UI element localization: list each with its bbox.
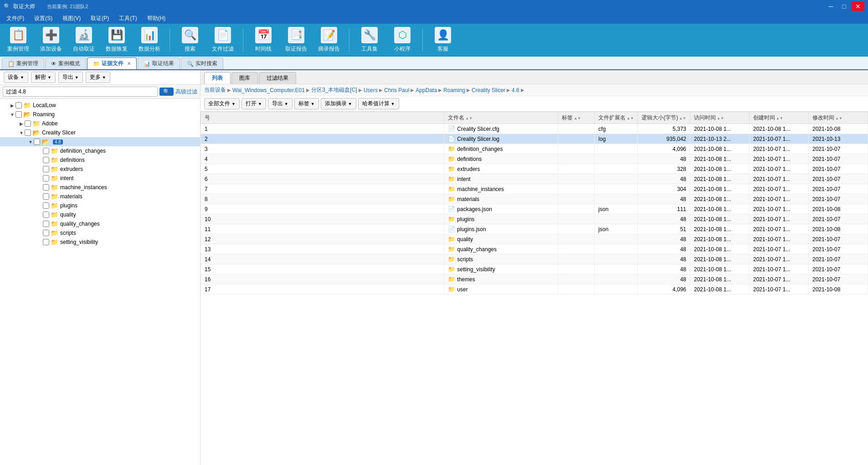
tab-evidence-files[interactable]: 📁 证据文件 ✕ (87, 57, 137, 69)
filter-search-button[interactable]: 🔍 (159, 88, 174, 96)
table-row[interactable]: 3 📁definition_changes 4,096 2021-10-08 1… (201, 144, 868, 154)
tab-realtime-search[interactable]: 🔍 实时搜索 (181, 57, 223, 69)
expand-icon[interactable]: ▼ (27, 140, 34, 145)
table-row[interactable]: 14 📁scripts 48 2021-10-08 1... 2021-10-0… (201, 254, 868, 264)
breadcrumb-chris-paul[interactable]: Chris Paul (384, 87, 409, 93)
minimize-button[interactable]: ─ (825, 2, 837, 11)
close-button[interactable]: ✕ (852, 2, 864, 11)
tree-checkbox[interactable] (15, 102, 22, 108)
add-extract-button[interactable]: 添加摘录 ▼ (321, 98, 356, 109)
export-button[interactable]: 导出 ▼ (58, 72, 83, 83)
col-header-modified[interactable]: 修改时间▲▼ (809, 112, 868, 124)
tag-button[interactable]: 标签 ▼ (294, 98, 319, 109)
table-row[interactable]: 8 📁materials 48 2021-10-08 1... 2021-10-… (201, 194, 868, 204)
all-files-button[interactable]: 全部文件 ▼ (204, 98, 240, 109)
table-row[interactable]: 17 📁user 4,096 2021-10-08 1... 2021-10-0… (201, 284, 868, 294)
table-row[interactable]: 5 📁extruders 328 2021-10-08 1... 2021-10… (201, 164, 868, 174)
toolbar-timeline[interactable]: 📅 时间线 (249, 26, 278, 54)
evidence-files-tab-close[interactable]: ✕ (127, 61, 131, 66)
tree-checkbox[interactable] (43, 148, 49, 154)
table-row[interactable]: 9 📄packages.json json 111 2021-10-08 1..… (201, 204, 868, 214)
menu-help[interactable]: 帮助(H) (143, 14, 170, 23)
expand-icon[interactable]: ▼ (18, 130, 25, 135)
tree-node-adobe[interactable]: ▶ 📁 Adobe (0, 119, 200, 128)
toolbar-forensics-report[interactable]: 📑 取证报告 (282, 26, 311, 54)
tree-node-definition-changes[interactable]: 📁 definition_changes (0, 146, 200, 155)
breadcrumb-current-device[interactable]: 当前设备 (204, 86, 226, 94)
col-header-tag[interactable]: 标签▲▼ (558, 112, 595, 124)
tab-case-management[interactable]: 📋 案例管理 (2, 57, 44, 69)
tree-checkbox[interactable] (25, 129, 31, 136)
filter-input[interactable] (3, 87, 158, 97)
col-header-ext[interactable]: 文件扩展名▲▼ (595, 112, 638, 124)
breadcrumb-e01[interactable]: Wai_Windows_Computer.E01 (232, 87, 305, 93)
tab-forensics-results[interactable]: 📊 取证结果 (138, 57, 180, 69)
toolbar-data-analysis[interactable]: 📊 数据分析 (135, 26, 164, 54)
tree-checkbox[interactable] (43, 202, 49, 209)
menu-file[interactable]: 文件(F) (2, 14, 29, 23)
toolbar-file-filter[interactable]: 📄 文件过滤 (208, 26, 237, 54)
hash-calculate-button[interactable]: 哈希值计算 ▼ (358, 98, 399, 109)
more-button[interactable]: 更多 ▼ (86, 72, 110, 83)
table-row[interactable]: 10 📁plugins 48 2021-10-08 1... 2021-10-0… (201, 214, 868, 224)
tree-node-intent[interactable]: 📁 intent (0, 174, 200, 183)
tab-case-overview[interactable]: 👁 案例概览 (45, 57, 86, 69)
device-button[interactable]: 设备 ▼ (4, 72, 28, 83)
view-tab-filter-results[interactable]: 过滤结果 (259, 72, 296, 84)
tree-node-definitions[interactable]: 📁 definitions (0, 155, 200, 165)
tree-checkbox[interactable] (43, 184, 49, 191)
tree-checkbox[interactable] (43, 239, 49, 245)
tree-node-machine-instances[interactable]: 📁 machine_instances (0, 183, 200, 192)
table-row[interactable]: 6 📁intent 48 2021-10-08 1... 2021-10-07 … (201, 174, 868, 184)
breadcrumb-partition[interactable]: 分区3_本地磁盘[C] (311, 86, 357, 94)
breadcrumb-4-8[interactable]: 4.8 (512, 87, 519, 93)
tree-node-locallow[interactable]: ▶ 📁 LocalLow (0, 101, 200, 110)
toolbar-case-management[interactable]: 📋 案例管理 (4, 26, 33, 54)
table-row[interactable]: 12 📁quality 48 2021-10-08 1... 2021-10-0… (201, 234, 868, 244)
tree-node-extruders[interactable]: 📁 extruders (0, 165, 200, 174)
advanced-filter-link[interactable]: 高级过滤 (175, 88, 197, 96)
table-row[interactable]: 15 📁setting_visibility 48 2021-10-08 1..… (201, 264, 868, 274)
menu-settings[interactable]: 设置(S) (30, 14, 57, 23)
toolbar-customer-service[interactable]: 👤 客服 (428, 26, 457, 54)
tree-checkbox[interactable] (25, 120, 31, 127)
table-row[interactable]: 16 📁themes 48 2021-10-08 1... 2021-10-07… (201, 274, 868, 284)
table-row[interactable]: 4 📁definitions 48 2021-10-08 1... 2021-1… (201, 154, 868, 164)
tree-node-4-8[interactable]: ▼ 📂 4.8 (0, 137, 200, 146)
decrypt-button[interactable]: 解密 ▼ (31, 72, 56, 83)
col-header-size[interactable]: 逻辑大小(字节)▲▼ (638, 112, 690, 124)
tree-node-plugins[interactable]: 📁 plugins (0, 201, 200, 210)
expand-icon[interactable]: ▼ (9, 112, 15, 117)
expand-icon[interactable]: ▶ (9, 103, 15, 108)
breadcrumb-roaming[interactable]: Roaming (443, 87, 465, 93)
view-tab-list[interactable]: 列表 (204, 72, 231, 84)
menu-tools[interactable]: 工具(T) (114, 14, 141, 23)
col-header-filename[interactable]: 文件名▲▼ (444, 112, 558, 124)
tree-checkbox[interactable] (15, 111, 22, 118)
tree-node-materials[interactable]: 📁 materials (0, 192, 200, 201)
tree-node-setting-visibility[interactable]: 📁 setting_visibility (0, 238, 200, 247)
export-file-button[interactable]: 导出 ▼ (268, 98, 293, 109)
col-header-created[interactable]: 创建时间▲▼ (750, 112, 809, 124)
breadcrumb-creality-slicer[interactable]: Creality Slicer (472, 87, 505, 93)
col-header-access[interactable]: 访问时间▲▼ (690, 112, 750, 124)
tree-node-quality-changes[interactable]: 📁 quality_changes (0, 219, 200, 228)
tree-node-scripts[interactable]: 📁 scripts (0, 228, 200, 238)
menu-view[interactable]: 视图(V) (58, 14, 85, 23)
tree-checkbox[interactable] (43, 221, 49, 227)
tree-checkbox[interactable] (43, 175, 49, 181)
table-row[interactable]: 1 📄Creality Slicer.cfg cfg 5,373 2021-10… (201, 124, 868, 134)
view-tab-gallery[interactable]: 图库 (231, 72, 258, 84)
table-row[interactable]: 7 📁machine_instances 304 2021-10-08 1...… (201, 184, 868, 194)
toolbar-extract-report[interactable]: 📝 摘录报告 (314, 26, 344, 54)
expand-icon[interactable]: ▶ (18, 121, 25, 126)
menu-forensics[interactable]: 取证(P) (86, 14, 113, 23)
tree-checkbox[interactable] (43, 212, 49, 218)
open-button[interactable]: 打开 ▼ (241, 98, 266, 109)
toolbar-data-recovery[interactable]: 💾 数据恢复 (102, 26, 131, 54)
tree-checkbox[interactable] (43, 230, 49, 236)
toolbar-add-device[interactable]: ➕ 添加设备 (36, 26, 66, 54)
breadcrumb-appdata[interactable]: AppData (416, 87, 437, 93)
breadcrumb-users[interactable]: Users (364, 87, 378, 93)
table-row[interactable]: 13 📁quality_changes 48 2021-10-08 1... 2… (201, 244, 868, 254)
